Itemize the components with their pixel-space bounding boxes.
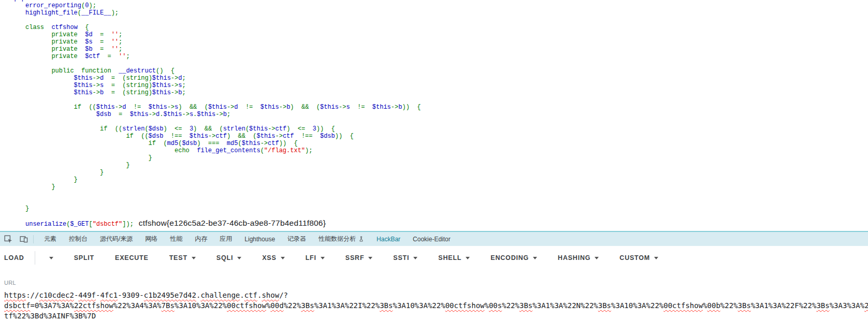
code-line: $this->d = (string)$this->d; (7, 75, 868, 82)
button-label: SSRF (345, 254, 365, 261)
code-line: public function __destruct() { (7, 67, 868, 75)
chevron-down-icon (413, 257, 417, 259)
code-line: if (($this->d != $this->s) && ($this->d … (7, 104, 868, 111)
button-label: XSS (262, 254, 276, 261)
device-toolbar-icon[interactable] (19, 234, 29, 244)
code-line: } (7, 183, 868, 191)
button-label: ENCODING (490, 254, 529, 261)
code-line (7, 191, 868, 198)
tab-label: 元素 (44, 235, 56, 243)
code-line: error_reporting(0); (7, 2, 868, 9)
code-line: echo file_get_contents("/flag.txt"); (7, 147, 868, 154)
devtools-panel: 元素控制台源代码/来源网络性能内存应用Lighthouse记录器性能数据分析Ha… (0, 231, 868, 320)
tab-label: 性能数据分析 (319, 235, 356, 243)
button-label: SQLI (216, 254, 233, 261)
tabbar-icons (2, 234, 32, 244)
tab-性能[interactable]: 性能 (164, 232, 189, 246)
code-line: private $b = ''; (7, 46, 868, 53)
code-line (7, 60, 868, 67)
code-line: $this->s = (string)$this->s; (7, 82, 868, 89)
load-button[interactable]: LOAD (4, 254, 24, 261)
button-label: SSTI (393, 254, 409, 261)
code-line: } (7, 205, 868, 212)
custom-button[interactable]: CUSTOM (619, 254, 658, 261)
code-line: private $d = ''; (7, 31, 868, 38)
code-line (7, 96, 868, 104)
code-line: } (7, 176, 868, 183)
url-line: tf%22%3Bd%3AINF%3B%7D (4, 311, 868, 320)
execute-button[interactable]: EXECUTE (115, 254, 149, 261)
tab-源代码/来源[interactable]: 源代码/来源 (94, 232, 139, 246)
button-label: SHELL (438, 254, 461, 261)
tab-hackbar[interactable]: HackBar (370, 232, 407, 246)
chevron-down-icon (49, 257, 53, 259)
chevron-down-icon (321, 257, 325, 259)
tab-label: 记录器 (287, 235, 306, 243)
tab-记录器[interactable]: 记录器 (281, 232, 312, 246)
encoding-button[interactable]: ENCODING (490, 254, 537, 261)
button-label: SPLIT (74, 254, 94, 261)
sqli-button[interactable]: SQLI (216, 254, 241, 261)
button-label: TEST (169, 254, 187, 261)
tab-应用[interactable]: 应用 (213, 232, 238, 246)
chevron-down-icon (654, 257, 658, 259)
ssti-button[interactable]: SSTI (393, 254, 417, 261)
experiment-icon (358, 236, 364, 242)
code-line (7, 212, 868, 220)
code-line: highlight_file(__FILE__); (7, 9, 868, 17)
code-line: class ctfshow { (7, 24, 868, 31)
load-dropdown-button[interactable] (45, 257, 53, 259)
button-label: LFI (306, 254, 316, 261)
tab-性能数据分析[interactable]: 性能数据分析 (312, 232, 370, 246)
lfi-button[interactable]: LFI (306, 254, 325, 261)
devtools-tabbar-tabs: 元素控制台源代码/来源网络性能内存应用Lighthouse记录器性能数据分析Ha… (38, 232, 457, 246)
url-label: URL (4, 280, 868, 286)
shell-button[interactable]: SHELL (438, 254, 470, 261)
hashing-button[interactable]: HASHING (558, 254, 599, 261)
tab-label: HackBar (377, 236, 400, 243)
tab-网络[interactable]: 网络 (139, 232, 164, 246)
tab-label: Lighthouse (244, 236, 275, 243)
button-label: EXECUTE (115, 254, 149, 261)
button-label: LOAD (4, 254, 24, 261)
code-line (7, 118, 868, 125)
tab-内存[interactable]: 内存 (189, 232, 213, 246)
ssrf-button[interactable]: SSRF (345, 254, 373, 261)
flag-output: ctfshow{e126c5a2-be37-46cb-a9e8-77b4ed11… (139, 219, 326, 227)
chevron-down-icon (368, 257, 372, 259)
tab-label: 应用 (220, 235, 232, 243)
code-line: if (($dsb !== $this->ctf) && ($this->ctf… (7, 133, 868, 140)
tab-cookie-editor[interactable]: Cookie-Editor (407, 232, 457, 246)
button-label: HASHING (558, 254, 590, 261)
test-button[interactable]: TEST (169, 254, 196, 261)
code-line: $this->b = (string)$this->b; (7, 89, 868, 96)
code-line: private $s = ''; (7, 38, 868, 46)
tab-label: 源代码/来源 (100, 235, 133, 243)
tab-label: 内存 (195, 235, 207, 243)
code-line: } (7, 169, 868, 176)
hackbar-toolbar: LOADSPLITEXECUTETESTSQLIXSSLFISSRFSSTISH… (0, 249, 868, 267)
chevron-down-icon (595, 257, 599, 259)
code-line: $dsb = $this->d.$this->s.$this->b; (7, 111, 868, 118)
tab-label: 控制台 (69, 235, 88, 243)
tab-控制台[interactable]: 控制台 (63, 232, 94, 246)
hackbar-panel: LOADSPLITEXECUTETESTSQLIXSSLFISSRFSSTISH… (0, 249, 868, 320)
xss-button[interactable]: XSS (262, 254, 284, 261)
code-line: if (md5($dsb) === md5($this->ctf)) { (7, 140, 868, 147)
chevron-down-icon (192, 257, 196, 259)
split-button[interactable]: SPLIT (74, 254, 94, 261)
tab-元素[interactable]: 元素 (38, 232, 63, 246)
chevron-down-icon (237, 257, 241, 259)
tab-lighthouse[interactable]: Lighthouse (238, 232, 281, 246)
inspect-icon[interactable] (3, 234, 13, 244)
code-line: unserialize($_GET["dsbctf"]);ctfshow{e12… (7, 220, 868, 227)
php-source: <?phperror_reporting(0);highlight_file(_… (0, 0, 868, 231)
code-line: } (7, 154, 868, 162)
code-line: } (7, 162, 868, 169)
url-input[interactable]: https://c10cdec2-449f-4fc1-9309-c1b2495e… (4, 290, 868, 320)
code-line: private $ctf = ''; (7, 53, 868, 60)
url-section: URL https://c10cdec2-449f-4fc1-9309-c1b2… (0, 280, 868, 320)
code-line (7, 198, 868, 205)
chevron-down-icon (533, 257, 537, 259)
url-line: dsbctf=0%3A7%3A%22ctfshow%22%3A4%3A%7Bs%… (4, 300, 868, 311)
